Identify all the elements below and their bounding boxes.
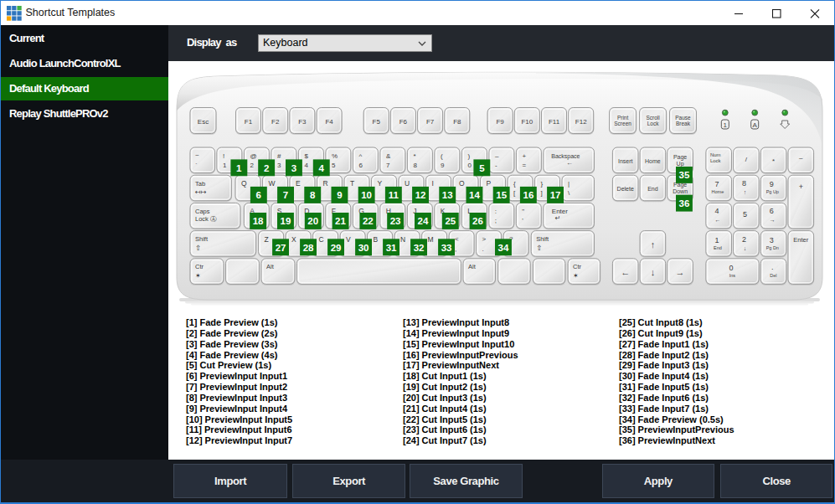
svg-text:.: . [482, 245, 484, 253]
svg-text:21: 21 [335, 216, 346, 226]
svg-text:F12: F12 [575, 118, 587, 126]
svg-text:&: & [386, 152, 391, 160]
svg-text:F9: F9 [496, 118, 504, 126]
svg-text:Num: Num [710, 152, 721, 157]
svg-text:Print: Print [617, 115, 629, 121]
svg-text:Delete: Delete [617, 186, 634, 192]
svg-text:Esc: Esc [198, 118, 209, 126]
svg-text:F2: F2 [271, 118, 280, 126]
svg-text:11: 11 [389, 190, 399, 200]
svg-text:P: P [487, 179, 492, 188]
svg-text:}: } [541, 180, 544, 188]
svg-text:F7: F7 [426, 118, 435, 126]
svg-text:~: ~ [195, 152, 199, 159]
svg-text:33: 33 [441, 243, 452, 253]
svg-text:End: End [647, 186, 658, 192]
svg-text:T: T [350, 179, 354, 188]
svg-text:→: → [770, 217, 776, 223]
svg-text:29: 29 [331, 243, 342, 253]
svg-text:15: 15 [496, 190, 507, 200]
svg-text:↤↦: ↤↦ [195, 188, 207, 196]
svg-text:6: 6 [770, 207, 774, 215]
svg-text:27: 27 [276, 243, 286, 253]
svg-text:34: 34 [498, 243, 509, 253]
svg-text:Alt: Alt [266, 263, 275, 270]
svg-text:Home: Home [645, 158, 661, 164]
svg-text:8: 8 [310, 190, 316, 200]
svg-text:|: | [568, 180, 570, 188]
svg-text:N: N [400, 235, 405, 244]
svg-text:C: C [319, 235, 324, 244]
svg-text:→: → [676, 267, 685, 277]
svg-text:<: < [455, 235, 459, 243]
svg-text:2: 2 [742, 235, 746, 244]
svg-text:20: 20 [307, 216, 318, 226]
svg-text:3: 3 [277, 162, 281, 169]
svg-text:B: B [374, 235, 379, 244]
svg-text:36: 36 [679, 198, 690, 208]
svg-text:Ctr: Ctr [195, 263, 204, 270]
svg-text:26: 26 [472, 216, 483, 226]
svg-text:V: V [346, 235, 351, 244]
svg-text:1: 1 [714, 236, 719, 244]
svg-text:1: 1 [724, 121, 728, 129]
svg-text:Shift: Shift [195, 235, 209, 243]
svg-text:17: 17 [550, 190, 561, 200]
svg-text:Break: Break [676, 121, 691, 126]
svg-text:12: 12 [415, 190, 426, 200]
svg-text:6: 6 [358, 162, 363, 169]
svg-text:Tab: Tab [195, 180, 205, 188]
svg-text:+: + [522, 152, 526, 160]
svg-text:←: ← [714, 217, 720, 223]
svg-text:8: 8 [742, 179, 746, 188]
svg-text:!: ! [223, 152, 224, 160]
svg-text:F8: F8 [453, 118, 461, 126]
svg-text:W: W [269, 179, 276, 188]
svg-text:4: 4 [318, 163, 324, 173]
svg-text:16: 16 [523, 190, 534, 200]
svg-text:Insert: Insert [618, 158, 633, 164]
svg-text:^: ^ [358, 152, 362, 160]
svg-text:–: – [799, 154, 803, 162]
svg-text:Down: Down [673, 188, 688, 194]
svg-text:Enter: Enter [793, 236, 808, 244]
svg-text:F4: F4 [325, 118, 333, 126]
svg-text:Z: Z [265, 235, 269, 244]
svg-text:23: 23 [390, 216, 401, 226]
svg-text:7: 7 [283, 190, 288, 200]
svg-text:F5: F5 [373, 118, 381, 126]
svg-text:7: 7 [386, 162, 390, 169]
svg-text:>: > [482, 235, 487, 243]
svg-text:↓: ↓ [651, 267, 656, 277]
svg-text:9: 9 [441, 162, 445, 169]
svg-text:%: % [332, 152, 338, 160]
svg-text:Y: Y [378, 179, 383, 188]
svg-text:Page: Page [673, 154, 687, 161]
svg-text:2: 2 [250, 162, 254, 169]
svg-text:19: 19 [281, 216, 291, 226]
svg-text:+: + [799, 183, 803, 191]
svg-text:7: 7 [714, 180, 719, 188]
svg-text:End: End [714, 245, 722, 250]
svg-text:F6: F6 [399, 118, 408, 126]
svg-text:Caps: Caps [195, 208, 210, 215]
svg-text:1: 1 [236, 163, 242, 173]
svg-text:{: { [513, 180, 516, 188]
svg-text:#: # [277, 152, 281, 160]
svg-text:5: 5 [332, 162, 336, 169]
svg-text:(: ( [441, 152, 443, 160]
svg-text:,: , [455, 245, 456, 253]
svg-text:30: 30 [358, 243, 369, 253]
svg-text:13: 13 [442, 190, 453, 200]
svg-text:4: 4 [714, 207, 719, 215]
svg-text:22: 22 [363, 216, 374, 226]
svg-text:✶: ✶ [195, 272, 201, 280]
svg-text:0: 0 [467, 162, 472, 169]
svg-text:U: U [405, 179, 410, 188]
svg-text:$: $ [304, 152, 308, 160]
svg-text:24: 24 [418, 216, 429, 226]
svg-text:`: ` [195, 162, 198, 169]
svg-text:3: 3 [291, 163, 296, 173]
svg-text:;: ; [495, 217, 497, 224]
svg-text:9: 9 [337, 190, 342, 200]
